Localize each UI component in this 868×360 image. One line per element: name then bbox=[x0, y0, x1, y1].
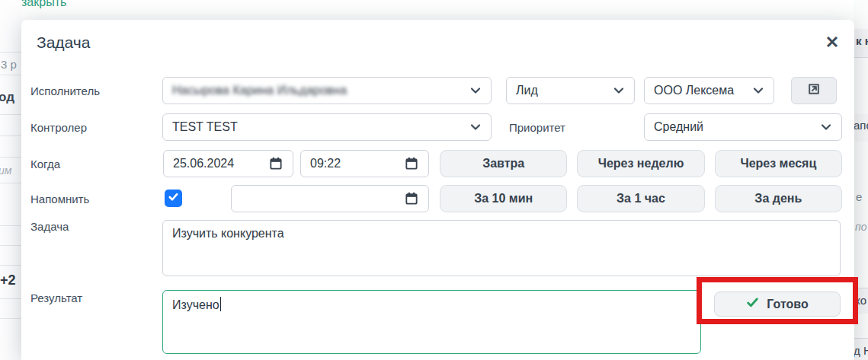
divider bbox=[0, 245, 21, 246]
in-10-min-button[interactable]: За 10 мин bbox=[440, 185, 567, 212]
chevron-down-icon bbox=[469, 121, 482, 133]
open-in-new-icon bbox=[806, 81, 822, 100]
divider bbox=[0, 114, 21, 115]
background-text-fragment: апо bbox=[854, 119, 868, 132]
executor-label: Исполнитель bbox=[30, 77, 100, 104]
divider bbox=[0, 52, 21, 53]
divider bbox=[0, 157, 21, 158]
background-text-fragment: од bbox=[0, 90, 14, 105]
divider bbox=[0, 318, 21, 319]
company-value: ООО Лексема bbox=[654, 84, 748, 97]
background-text-fragment: по bbox=[855, 221, 867, 233]
when-label: Когда bbox=[30, 150, 60, 177]
chevron-down-icon bbox=[752, 84, 764, 97]
close-link[interactable]: закрыть bbox=[21, 0, 66, 9]
priority-value: Средний bbox=[654, 120, 815, 134]
task-text: Изучить конкурента bbox=[172, 227, 284, 240]
in-a-month-button[interactable]: Через месяц bbox=[715, 150, 842, 177]
dialog-title: Задача bbox=[37, 33, 90, 52]
remind-datetime-input[interactable] bbox=[231, 185, 429, 212]
result-label: Результат bbox=[30, 284, 82, 311]
background-text-fragment: 3 р bbox=[1, 58, 17, 71]
priority-select[interactable]: Средний bbox=[644, 113, 842, 141]
background-text-fragment: к н bbox=[856, 34, 868, 47]
date-input[interactable]: 25.06.2024 bbox=[163, 150, 293, 177]
background-left-strip: 3 р од им +2 bbox=[0, 0, 21, 360]
remind-label: Напомнить bbox=[30, 185, 89, 212]
calendar-icon[interactable] bbox=[404, 191, 419, 206]
date-value: 25.06.2024 bbox=[173, 157, 234, 170]
divider bbox=[0, 183, 21, 183]
entity-type-select[interactable]: Лид bbox=[506, 77, 635, 104]
checkmark-icon bbox=[168, 191, 179, 205]
executor-value: Насырова Карина Ильдаровна bbox=[172, 84, 465, 97]
when-quick-buttons: Завтра Через неделю Через месяц bbox=[440, 150, 842, 177]
chevron-down-icon bbox=[613, 84, 625, 97]
executor-select[interactable]: Насырова Карина Ильдаровна bbox=[162, 77, 492, 104]
divider bbox=[0, 135, 21, 136]
background-text-fragment: д Н bbox=[854, 344, 868, 357]
in-a-day-button[interactable]: За день bbox=[715, 185, 842, 212]
open-record-button[interactable] bbox=[791, 77, 837, 104]
chevron-down-icon bbox=[469, 84, 482, 97]
tomorrow-button[interactable]: Завтра bbox=[440, 150, 567, 177]
divider bbox=[0, 75, 21, 75]
controller-select[interactable]: TEST TEST bbox=[162, 113, 492, 141]
priority-label: Приоритет bbox=[509, 113, 565, 141]
screen: 3 р од им +2 закрыть к н апо е по ко д Н… bbox=[0, 0, 868, 360]
calendar-icon[interactable] bbox=[268, 156, 283, 171]
background-person-add-fragment: +2 bbox=[0, 272, 16, 288]
entity-type-value: Лид bbox=[516, 84, 608, 97]
time-value: 09:22 bbox=[310, 157, 341, 170]
divider bbox=[0, 298, 21, 299]
divider bbox=[0, 265, 21, 266]
company-select[interactable]: ООО Лексема bbox=[644, 77, 774, 104]
background-text-fragment: им bbox=[0, 164, 11, 177]
time-input[interactable]: 09:22 bbox=[300, 150, 429, 177]
remind-checkbox[interactable] bbox=[165, 190, 182, 207]
background-text-fragment: е bbox=[856, 190, 862, 203]
controller-label: Контролер bbox=[30, 113, 87, 141]
result-text: Изучено bbox=[172, 298, 219, 311]
close-icon[interactable]: ✕ bbox=[822, 32, 843, 53]
annotation-red-box bbox=[697, 277, 858, 324]
task-label: Задача bbox=[30, 212, 69, 240]
in-a-week-button[interactable]: Через неделю bbox=[577, 150, 704, 177]
remind-quick-buttons: За 10 мин За 1 час За день bbox=[440, 185, 842, 212]
in-1-hour-button[interactable]: За 1 час bbox=[577, 185, 704, 212]
task-textarea[interactable]: Изучить конкурента bbox=[162, 220, 841, 276]
result-textarea[interactable]: Изучено bbox=[162, 290, 701, 354]
controller-value: TEST TEST bbox=[172, 120, 465, 134]
chevron-down-icon bbox=[820, 121, 832, 133]
text-caret bbox=[220, 297, 222, 311]
calendar-icon[interactable] bbox=[404, 156, 419, 171]
divider bbox=[0, 225, 21, 226]
